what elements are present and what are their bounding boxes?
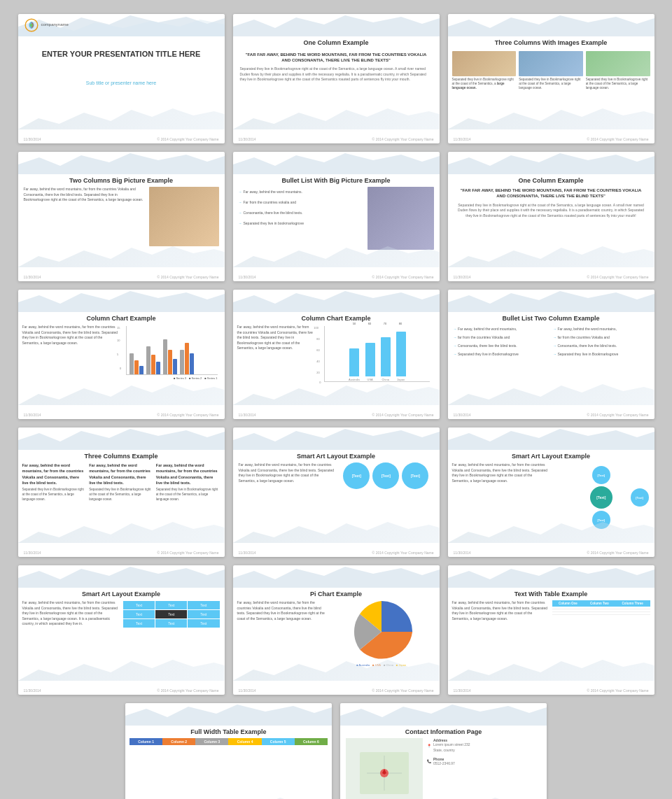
center-node: [Text] <box>590 486 612 509</box>
table-row-1: Text Text Text <box>123 601 220 610</box>
bottom-mountain-deco <box>233 101 440 129</box>
two-col-bullets: → Far away, behind the word mountains, →… <box>448 323 654 360</box>
address-section: 📍 Address Lorem ipsum street 232State, c… <box>427 738 541 753</box>
body-text: Separated they live in Bookmarksgrove ri… <box>448 201 654 220</box>
mountain-deco <box>18 427 225 450</box>
table-row-3 <box>552 612 650 615</box>
cell-2-2: Text <box>155 610 188 619</box>
val-2: 60 <box>365 322 374 325</box>
full-col-3: Column 3 <box>195 738 228 745</box>
svg-marker-18 <box>125 705 332 726</box>
mountain-deco <box>125 703 332 726</box>
smart-art-nodes: [Text] [Text] [Text] <box>338 462 434 489</box>
pi-chart-content: Far away, behind the word mountains, far… <box>233 599 440 668</box>
chart-area-wrapper: 15 10 5 0 <box>123 325 220 380</box>
footer-date: 11/30/2014 <box>454 551 471 555</box>
svg-marker-10 <box>233 291 440 312</box>
col-1-text: Separated they live in Bookmarksgrove ri… <box>452 78 517 91</box>
footer-copyright: © 2014 Copyright Your Company Name <box>587 551 649 555</box>
address-value: Lorem ipsum street 232State, country <box>433 742 470 753</box>
bullet-2-4: → Separated they live in Bookmarksgrove <box>553 350 649 358</box>
three-col-images: Separated they live in Bookmarksgrove ri… <box>448 50 654 92</box>
bar-s1-1 <box>139 366 144 374</box>
footer-copyright: © 2014 Copyright Your Company Name <box>372 275 434 279</box>
big-picture <box>149 187 219 246</box>
bullet-list: →Far away, behind the word mountains. →F… <box>239 187 363 250</box>
col-2-image <box>519 51 583 76</box>
full-col-5: Column 5 <box>262 738 295 745</box>
slide-footer: 11/30/2014 © 2014 Copyright Your Company… <box>239 137 434 141</box>
slide-17: Contact Information Page 📍 Address Lorem… <box>340 703 547 799</box>
svg-marker-15 <box>18 567 225 588</box>
footer-date: 11/30/2014 <box>454 275 471 279</box>
bullet-2-2: → far from the countries Vokalia and <box>553 333 649 341</box>
td-3-3 <box>615 612 650 615</box>
node-right: [Text] <box>631 488 649 507</box>
svg-marker-12 <box>18 429 225 450</box>
footer-copyright: © 2014 Copyright Your Company Name <box>158 688 219 693</box>
col-2-body: Separated they live in Bookmarksgrove ri… <box>89 488 153 502</box>
full-col-6: Column 6 <box>295 738 328 745</box>
bar-label-japan: Japan <box>397 378 405 381</box>
bars-container <box>127 326 218 374</box>
two-col-content: Far away, behind the word mountains, far… <box>18 185 225 248</box>
footer-copyright: © 2014 Copyright Your Company Name <box>587 688 649 693</box>
col-3-bold: Far away, behind the word mountains, far… <box>156 462 220 486</box>
table-wrapper: Column One Column Two Column Three <box>552 600 650 621</box>
company-logo <box>24 17 39 33</box>
table-row-3: Text Text Text <box>123 619 220 628</box>
slide-10: Three Columns Example Far away, behind t… <box>18 427 225 557</box>
svg-marker-5 <box>448 15 654 36</box>
footer-date: 11/30/2014 <box>24 275 41 279</box>
arrow-icon: → <box>239 211 242 215</box>
bar-chart: 15 10 5 0 <box>126 326 218 375</box>
slide-title: One Column Example <box>233 36 440 50</box>
footer-copyright: © 2014 Copyright Your Company Name <box>372 551 434 555</box>
cell-3-3: Text <box>188 619 220 628</box>
smart-table-content: Far away, behind the word mountains, far… <box>18 599 225 630</box>
col-3: Separated they live in Bookmarksgrove ri… <box>586 51 650 91</box>
bullet-2-1: → Far away, behind the word mountains, <box>553 325 649 333</box>
bar-s3-2 <box>146 346 150 374</box>
bullet-1-3: → Consonantia, there live the blind text… <box>454 341 550 350</box>
footer-date: 11/30/2014 <box>24 137 41 141</box>
slide-footer: 11/30/2014 © 2014 Copyright Your Company… <box>239 413 434 417</box>
val-1: 50 <box>349 322 359 325</box>
footer-copyright: © 2014 Copyright Your Company Name <box>372 688 434 693</box>
footer-copyright: © 2014 Copyright Your Company Name <box>372 413 434 417</box>
mountain-deco <box>233 565 440 588</box>
chart-content: Far away, behind the word mountains, far… <box>18 323 225 381</box>
slide-footer: 11/30/2014 © 2014 Copyright Your Company… <box>24 551 219 555</box>
bar-usa <box>365 343 375 376</box>
bar-values: 50 60 70 80 <box>325 322 429 325</box>
td-3-2 <box>584 612 615 615</box>
arrow-icon: → <box>239 221 242 225</box>
bar-chart-b: 100 80 60 40 20 0 Australia USA <box>324 326 429 382</box>
col-header-3: Column Three <box>615 600 650 607</box>
smart-art-a-text: Far away, behind the word mountains, far… <box>239 462 335 489</box>
footer-date: 11/30/2014 <box>239 275 256 279</box>
col-3-text: Far away, behind the word mountains, far… <box>156 462 220 502</box>
logo-area: companyname <box>24 17 69 33</box>
svg-marker-17 <box>448 567 654 588</box>
smart-table-text: Far away, behind the word mountains, far… <box>22 600 120 628</box>
address-content: Address Lorem ipsum street 232State, cou… <box>433 738 470 753</box>
body-text: Separated they live in Bookmarksgrove ri… <box>233 65 440 84</box>
location-icon: 📍 <box>427 744 431 748</box>
bullet-1-1: → Far away, behind the word mountains, <box>454 325 550 333</box>
bar-s3-3 <box>163 339 167 374</box>
col-2-bold: Far away, behind the word mountains, far… <box>89 462 153 486</box>
bar-japan <box>396 332 406 376</box>
cell-3-2: Text <box>155 619 188 628</box>
cell-2-3: Text <box>188 610 220 619</box>
slide-6: One Column Example "FAR FAR AWAY, BEHIND… <box>448 152 654 281</box>
slice-australia <box>382 601 412 632</box>
slide-footer: 11/30/2014 © 2014 Copyright Your Company… <box>454 137 649 141</box>
svg-marker-11 <box>448 291 654 312</box>
col-2: Separated they live in Bookmarksgrove ri… <box>519 51 583 91</box>
footer-date: 11/30/2014 <box>454 137 471 141</box>
smart-art-b-text: Far away, behind the word mountains, far… <box>452 462 550 532</box>
footer-date: 11/30/2014 <box>239 413 256 417</box>
bullet-2-3: → Consonantia, there live the blind text… <box>553 341 649 350</box>
text-table-text: Far away, behind the word mountains, far… <box>452 600 550 621</box>
